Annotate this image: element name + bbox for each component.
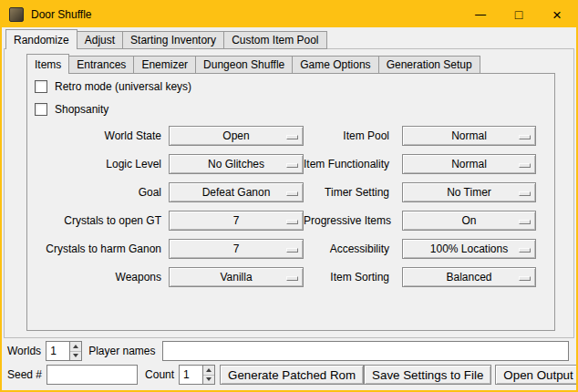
player-names-input[interactable] <box>162 341 570 361</box>
save-settings-button[interactable]: Save Settings to File <box>364 365 491 385</box>
tab-game-options[interactable]: Game Options <box>292 56 378 74</box>
dropdown-indicator-icon <box>519 220 531 224</box>
progressive-items-dropdown[interactable]: On <box>402 211 536 231</box>
shopsanity-label: Shopsanity <box>55 103 108 116</box>
window-title: Door Shuffle <box>31 8 92 21</box>
minimize-button[interactable]: — <box>461 2 500 27</box>
retro-mode-label: Retro mode (universal keys) <box>55 80 191 93</box>
dropdown-indicator-icon <box>286 248 298 253</box>
tab-entrances[interactable]: Entrances <box>68 56 134 74</box>
logic-level-dropdown[interactable]: No Glitches <box>169 154 304 174</box>
worlds-spin-buttons <box>69 342 81 360</box>
logic-level-value: No Glitches <box>208 158 264 170</box>
worlds-spin-down-button[interactable] <box>70 352 81 361</box>
crystals-open-gt-label: Crystals to open GT <box>35 211 169 231</box>
tab-items[interactable]: Items <box>26 54 69 74</box>
count-spin-buttons <box>202 366 214 384</box>
worlds-label: Worlds <box>7 345 41 357</box>
accessibility-label: Accessibility <box>304 239 397 259</box>
worlds-spinbox[interactable]: 1 <box>46 341 82 361</box>
timer-setting-label: Timer Setting <box>304 182 397 202</box>
item-functionality-label: Item Functionality <box>304 154 397 174</box>
shopsanity-checkbox-row[interactable]: Shopsanity <box>35 103 108 116</box>
worlds-spin-up-button[interactable] <box>70 342 81 352</box>
generate-patched-rom-button[interactable]: Generate Patched Rom <box>220 365 364 385</box>
form-row: Logic Level No Glitches Item Functionali… <box>35 154 554 174</box>
count-spin-up-button[interactable] <box>203 366 214 376</box>
world-state-dropdown[interactable]: Open <box>169 126 304 146</box>
count-spinbox[interactable]: 1 <box>179 365 215 385</box>
form-row: Goal Defeat Ganon Timer Setting No Timer <box>35 182 554 202</box>
tab-custom-item-pool[interactable]: Custom Item Pool <box>223 31 326 49</box>
dropdown-indicator-icon <box>519 135 531 139</box>
accessibility-dropdown[interactable]: 100% Locations <box>402 239 536 259</box>
item-sorting-dropdown[interactable]: Balanced <box>402 267 536 287</box>
logic-level-label: Logic Level <box>35 154 169 174</box>
door-shuffle-window: Door Shuffle — □ × Randomize Adjust Star… <box>0 0 578 392</box>
shopsanity-checkbox[interactable] <box>35 103 47 116</box>
dropdown-indicator-icon <box>519 191 531 196</box>
world-state-value: Open <box>222 129 249 142</box>
weapons-value: Vanilla <box>220 271 252 284</box>
count-value: 1 <box>180 366 202 384</box>
goal-label: Goal <box>35 182 169 202</box>
retro-mode-checkbox[interactable] <box>35 80 47 93</box>
close-icon: × <box>552 7 562 23</box>
app-icon <box>9 7 24 22</box>
options-form: World State Open Item Pool Normal Logic … <box>35 126 554 287</box>
dropdown-indicator-icon <box>519 163 531 168</box>
spinner-down-icon <box>73 354 78 357</box>
tab-enemizer[interactable]: Enemizer <box>133 56 196 74</box>
progressive-items-value: On <box>461 214 476 227</box>
timer-setting-value: No Timer <box>447 186 491 199</box>
player-names-label: Player names <box>88 345 155 357</box>
dropdown-indicator-icon <box>286 163 298 168</box>
close-button[interactable]: × <box>538 2 576 27</box>
dropdown-indicator-icon <box>286 191 298 196</box>
tab-dungeon-shuffle[interactable]: Dungeon Shuffle <box>195 56 293 74</box>
dropdown-indicator-icon <box>286 135 298 139</box>
crystals-harm-ganon-value: 7 <box>233 242 240 255</box>
seed-input[interactable] <box>46 365 138 385</box>
worlds-row: Worlds 1 Player names <box>4 341 574 361</box>
tab-randomize[interactable]: Randomize <box>5 29 77 49</box>
dropdown-indicator-icon <box>519 248 531 253</box>
spinner-up-icon <box>206 368 212 372</box>
minimize-icon: — <box>475 9 486 20</box>
item-sorting-value: Balanced <box>446 271 491 284</box>
tab-starting-inventory[interactable]: Starting Inventory <box>122 31 224 49</box>
item-functionality-value: Normal <box>451 158 487 170</box>
timer-setting-dropdown[interactable]: No Timer <box>402 182 536 202</box>
count-spin-down-button[interactable] <box>203 376 214 385</box>
weapons-dropdown[interactable]: Vanilla <box>169 267 304 287</box>
items-tab-panel: Retro mode (universal keys) Shopsanity W… <box>26 73 555 331</box>
window-controls: — □ × <box>461 2 576 27</box>
seed-row: Seed # Count 1 Generate Patched Rom Save… <box>4 365 574 385</box>
crystals-open-gt-dropdown[interactable]: 7 <box>169 211 304 231</box>
randomize-tab-panel: Items Entrances Enemizer Dungeon Shuffle… <box>4 48 574 338</box>
open-output-directory-button[interactable]: Open Output Directory <box>495 365 578 385</box>
form-row: Weapons Vanilla Item Sorting Balanced <box>35 267 554 287</box>
form-row: Crystals to open GT 7 Progressive Items … <box>35 211 554 231</box>
worlds-value: 1 <box>46 342 69 360</box>
dropdown-indicator-icon <box>519 276 531 281</box>
goal-dropdown[interactable]: Defeat Ganon <box>169 182 304 202</box>
tab-generation-setup[interactable]: Generation Setup <box>378 56 480 74</box>
crystals-open-gt-value: 7 <box>233 214 240 227</box>
sub-tab-bar: Items Entrances Enemizer Dungeon Shuffle… <box>26 54 480 74</box>
dropdown-indicator-icon <box>286 220 298 224</box>
crystals-harm-ganon-label: Crystals to harm Ganon <box>35 239 169 259</box>
item-pool-label: Item Pool <box>304 126 397 146</box>
goal-value: Defeat Ganon <box>202 186 271 199</box>
world-state-label: World State <box>35 126 169 146</box>
item-functionality-dropdown[interactable]: Normal <box>402 154 536 174</box>
crystals-harm-ganon-dropdown[interactable]: 7 <box>169 239 304 259</box>
maximize-button[interactable]: □ <box>500 2 538 27</box>
titlebar[interactable]: Door Shuffle — □ × <box>2 2 576 27</box>
item-pool-dropdown[interactable]: Normal <box>402 126 536 146</box>
form-row: Crystals to harm Ganon 7 Accessibility 1… <box>35 239 554 259</box>
retro-mode-checkbox-row[interactable]: Retro mode (universal keys) <box>35 80 191 93</box>
progressive-items-label: Progressive Items <box>304 211 397 231</box>
tab-adjust[interactable]: Adjust <box>77 31 123 49</box>
weapons-label: Weapons <box>35 267 169 287</box>
